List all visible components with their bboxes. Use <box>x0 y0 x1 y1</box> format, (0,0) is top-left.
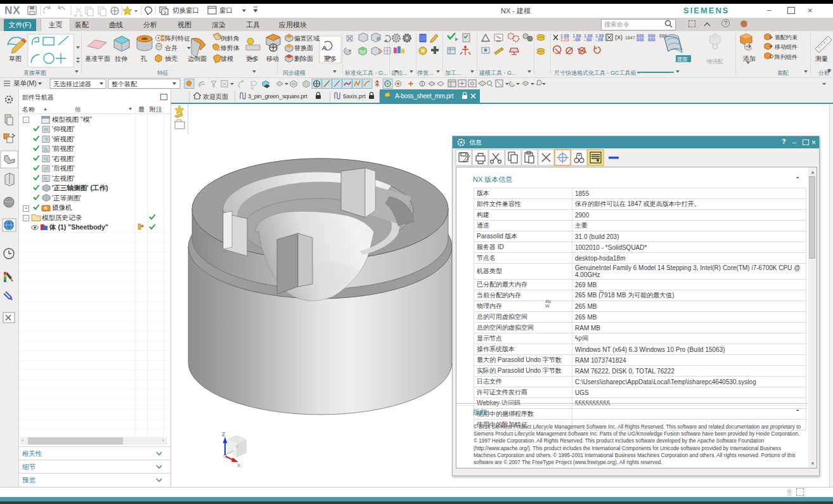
svg-text:X: X <box>237 462 241 468</box>
svg-text:Y: Y <box>235 444 239 450</box>
svg-text:Z: Z <box>222 431 225 437</box>
